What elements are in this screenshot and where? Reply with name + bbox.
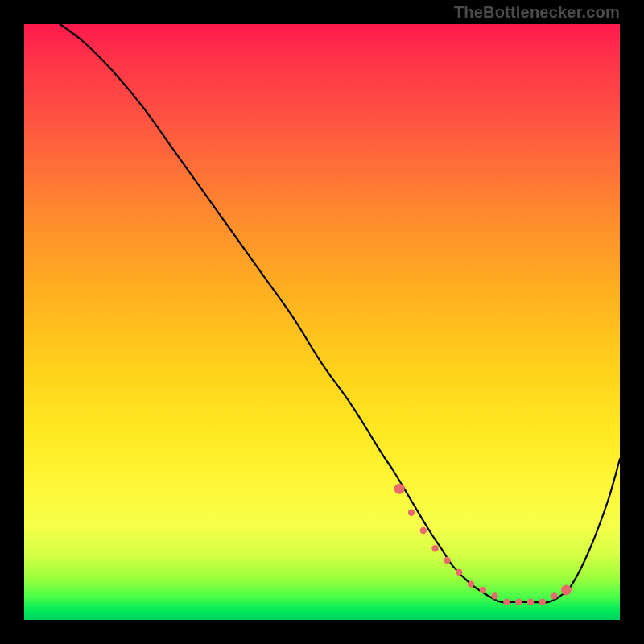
marker-dot [503, 599, 510, 605]
marker-dot [456, 569, 462, 576]
bottleneck-curve [60, 24, 620, 602]
marker-dot [394, 484, 405, 494]
marker-dot [468, 580, 474, 587]
marker-dot [539, 599, 546, 605]
marker-dot [527, 599, 534, 605]
marker-dot [561, 585, 572, 596]
marker-dot [491, 592, 497, 599]
marker-dot [515, 599, 522, 605]
marker-group [394, 484, 572, 605]
curve-layer [24, 24, 620, 620]
marker-dot [420, 527, 427, 534]
plot-area [24, 24, 620, 620]
attribution-label: TheBottlenecker.com [454, 3, 620, 22]
marker-dot [408, 510, 415, 516]
marker-dot [551, 592, 557, 599]
marker-dot [431, 545, 438, 551]
marker-dot [444, 557, 450, 564]
chart-frame: TheBottlenecker.com [0, 0, 644, 644]
marker-dot [480, 587, 486, 593]
